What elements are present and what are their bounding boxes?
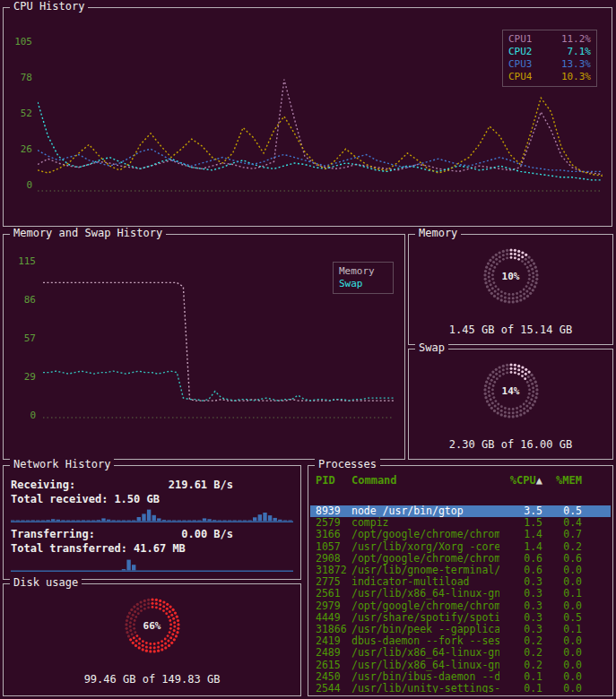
process-command: /opt/google/chrome/chrom: [351, 529, 499, 540]
process-mem: 0.2: [542, 541, 582, 553]
process-row[interactable]: 2561 /usr/lib/x86_64-linux-gn 0.3 0.1: [310, 588, 611, 600]
process-row[interactable]: 2979 /opt/google/chrome/chrom 0.3 0.0: [310, 600, 611, 612]
memswap-legend: Memory Swap: [333, 262, 394, 294]
disk-usage-panel: Disk usage 66% 99.46 GB of 149.83 GB: [3, 583, 301, 696]
column-header-command[interactable]: Command: [351, 473, 499, 488]
process-command: /usr/lib/x86_64-linux-gn: [351, 647, 499, 659]
process-command: /usr/share/spotify/spoti: [351, 612, 499, 624]
swap-panel: Swap 14% 2.30 GB of 16.00 GB: [408, 349, 613, 460]
process-pid: 2544: [316, 683, 351, 693]
process-pid: 2615: [316, 660, 351, 671]
processes-panel: Processes PID Command %CPU▲ %MEM 8939 no…: [308, 465, 613, 696]
memory-detail: 1.45 GB of 15.14 GB: [409, 324, 612, 336]
process-command: indicator-multiload: [351, 576, 499, 588]
transferred-value: 41.67 MB: [134, 541, 186, 556]
cpu-legend-entry: CPU3 13.3%: [508, 58, 591, 71]
process-command: /usr/lib/x86_64-linux-gn: [351, 660, 499, 671]
received-line: Total received: 1.50 GB: [11, 492, 293, 506]
memswap-y-tick: 29: [24, 372, 36, 382]
process-command: dbus-daemon --fork --ses: [351, 635, 499, 647]
cpu-legend-label: CPU4: [508, 71, 533, 83]
cpu-legend-entry: CPU4 10.3%: [508, 71, 591, 83]
transferring-sparkline: [11, 557, 293, 572]
cpu-legend-label: CPU1: [508, 33, 533, 46]
process-table-body: 8939 node /usr/bin/gtop 3.5 0.5 2579 com…: [310, 505, 611, 693]
receiving-value: 219.61 B/s: [147, 478, 233, 492]
process-pid: 2979: [316, 600, 351, 612]
received-value: 1.50 GB: [114, 492, 160, 506]
process-command: /usr/bin/ibus-daemon --d: [351, 671, 499, 683]
cpu-y-tick: 26: [21, 144, 32, 154]
process-pid: 2489: [316, 647, 351, 659]
swap-detail: 2.30 GB of 16.00 GB: [409, 438, 612, 451]
process-row[interactable]: 2544 /usr/lib/unity-settings- 0.1 0.0: [310, 683, 611, 693]
network-history-title: Network History: [10, 458, 114, 470]
process-command: /opt/google/chrome/chrom: [351, 553, 499, 565]
process-cpu: 0.1: [499, 683, 542, 693]
process-row[interactable]: 1057 /usr/lib/xorg/Xorg -core 1.4 0.2: [310, 541, 611, 553]
process-row[interactable]: 2615 /usr/lib/x86_64-linux-gn 0.2 0.0: [310, 660, 611, 671]
memory-percent: 10%: [477, 271, 545, 282]
network-body: Receiving: 219.61 B/s Total received: 1.…: [4, 466, 300, 579]
process-row[interactable]: 2489 /usr/lib/x86_64-linux-gn 0.2 0.0: [310, 647, 611, 659]
cpu-y-tick: 78: [21, 73, 32, 82]
process-command: /usr/lib/unity-settings-: [351, 683, 499, 693]
process-command: /usr/lib/x86_64-linux-gn: [351, 588, 499, 600]
received-label: Total received:: [11, 492, 108, 506]
memswap-y-axis: 1158657290: [9, 256, 36, 420]
process-row[interactable]: 3166 /opt/google/chrome/chrom 1.4 0.7: [310, 529, 611, 540]
memswap-y-tick: 86: [24, 295, 36, 305]
cpu-legend-label: CPU3: [508, 58, 533, 71]
cpu-legend-label: CPU2: [508, 46, 533, 58]
cpu-y-tick: 52: [21, 108, 32, 118]
process-pid: 1057: [316, 541, 351, 553]
memswap-y-tick: 115: [18, 256, 36, 266]
memory-panel: Memory 10% 1.45 GB of 15.14 GB: [408, 234, 613, 345]
receiving-sparkline: [11, 508, 293, 522]
process-cpu: 0.2: [499, 660, 542, 671]
swap-percent: 14%: [477, 385, 545, 397]
swap-donut: 14%: [477, 362, 545, 419]
transferred-line: Total transferred: 41.67 MB: [11, 541, 293, 556]
cpu-legend-entry: CPU1 11.2%: [508, 33, 591, 46]
memswap-history-title: Memory and Swap History: [10, 227, 166, 239]
cpu-legend-value: 10.3%: [561, 71, 591, 83]
column-header-mem[interactable]: %MEM: [542, 473, 582, 488]
sort-ascending-icon: ▲: [536, 474, 542, 487]
disk-donut: 66%: [118, 597, 187, 654]
gtop-system-monitor: CPU History 1057852260 CPU1 11.2% CPU2 7…: [0, 0, 616, 699]
column-header-cpu[interactable]: %CPU▲: [499, 473, 542, 488]
memory-title: Memory: [415, 227, 461, 239]
memory-donut: 10%: [477, 247, 545, 305]
process-mem: 0.1: [542, 588, 582, 600]
process-command: /opt/google/chrome/chrom: [351, 600, 499, 612]
memswap-legend-entry: Memory: [339, 265, 387, 278]
transferring-value: 0.00 B/s: [147, 527, 233, 541]
memswap-legend-label: Memory: [339, 265, 375, 278]
process-mem: 0.0: [542, 647, 582, 659]
process-mem: 0.0: [542, 660, 582, 671]
memswap-y-tick: 0: [30, 410, 36, 420]
disk-detail: 99.46 GB of 149.83 GB: [4, 673, 300, 686]
process-command: /usr/lib/xorg/Xorg -core: [351, 541, 499, 553]
swap-title: Swap: [415, 341, 448, 354]
process-cpu: 1.4: [499, 529, 542, 540]
process-cpu: 1.4: [499, 541, 542, 553]
memswap-history-panel: Memory and Swap History 1158657290 Memor…: [3, 234, 405, 460]
cpu-history-title: CPU History: [10, 0, 88, 13]
cpu-legend-value: 13.3%: [561, 58, 591, 71]
cpu-y-tick: 0: [26, 180, 32, 190]
process-command: /usr/bin/peek --gapplica: [351, 624, 499, 635]
process-cpu: 0.2: [499, 647, 542, 659]
cpu-y-axis: 1057852260: [7, 37, 32, 190]
process-mem: 0.7: [542, 529, 582, 540]
disk-usage-title: Disk usage: [10, 576, 82, 589]
process-cpu: 0.3: [499, 588, 542, 600]
cpu-history-panel: CPU History 1057852260 CPU1 11.2% CPU2 7…: [3, 7, 612, 227]
column-header-pid[interactable]: PID: [316, 473, 351, 488]
process-pid: 3166: [316, 529, 351, 540]
memswap-y-tick: 57: [24, 333, 36, 343]
transferring-label: Transferring:: [11, 527, 147, 541]
receiving-line: Receiving: 219.61 B/s: [11, 478, 293, 492]
process-mem: 0.0: [542, 600, 582, 612]
